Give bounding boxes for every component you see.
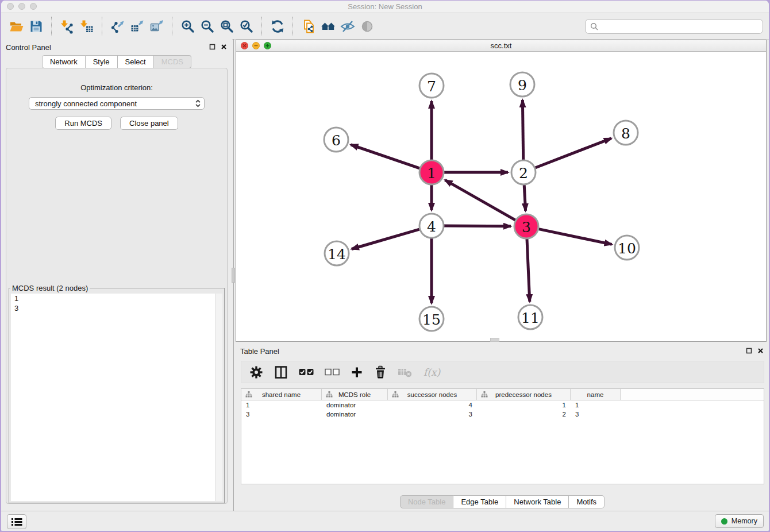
- table-cell[interactable]: 4: [388, 402, 477, 408]
- save-session-button[interactable]: [26, 17, 46, 36]
- graph-node-3[interactable]: 3: [514, 214, 538, 238]
- graph-node-1[interactable]: 1: [419, 160, 444, 184]
- zoom-fit-button[interactable]: [217, 17, 237, 36]
- network-maximize-icon[interactable]: [264, 42, 271, 49]
- first-neighbors-button[interactable]: [318, 17, 338, 36]
- graph-node-2[interactable]: 2: [511, 160, 536, 184]
- result-item[interactable]: 1: [11, 294, 222, 303]
- table-mode-button[interactable]: [249, 365, 263, 379]
- network-close-icon[interactable]: [241, 42, 248, 49]
- mcds-result-list[interactable]: 13: [11, 294, 222, 501]
- float-table-panel-icon[interactable]: [746, 348, 752, 354]
- graph-node-7[interactable]: 7: [419, 74, 444, 98]
- delete-column-button[interactable]: [374, 365, 387, 379]
- search-box[interactable]: [585, 19, 763, 34]
- graph-node-14[interactable]: 14: [325, 241, 349, 265]
- horizontal-splitter-handle[interactable]: [490, 338, 499, 342]
- eye-disabled-icon: [360, 19, 375, 34]
- zoom-out-button[interactable]: [198, 17, 217, 36]
- table-cell[interactable]: 3: [388, 411, 477, 418]
- minimize-window-icon[interactable]: [18, 3, 25, 10]
- vertical-splitter-handle[interactable]: [232, 268, 235, 283]
- zoom-fit-icon: [220, 19, 234, 34]
- table-cell[interactable]: 1: [477, 402, 571, 408]
- graph-edge-2-3[interactable]: [524, 185, 525, 211]
- table-cell[interactable]: dominator: [322, 411, 388, 418]
- zoom-selected-button[interactable]: [237, 17, 256, 36]
- hide-selected-button[interactable]: [338, 17, 357, 36]
- graph-node-6[interactable]: 6: [324, 128, 348, 152]
- table-row[interactable]: 1dominator411: [241, 400, 764, 410]
- close-table-panel-icon[interactable]: [757, 348, 764, 354]
- tab-mcds[interactable]: MCDS: [154, 55, 191, 68]
- table-body: 1dominator4113dominator323: [241, 400, 764, 419]
- table-cell[interactable]: 2: [477, 411, 571, 418]
- network-canvas[interactable]: 7968124314101511: [236, 52, 766, 342]
- close-window-icon[interactable]: [7, 3, 14, 10]
- column-header-MCDS-role[interactable]: MCDS role: [322, 389, 388, 400]
- add-column-button[interactable]: [351, 366, 363, 379]
- graph-node-15[interactable]: 15: [419, 307, 444, 331]
- graph-edge-2-8[interactable]: [536, 138, 611, 168]
- column-header-predecessor-nodes[interactable]: predecessor nodes: [477, 389, 571, 400]
- table-cell[interactable]: 3: [241, 411, 322, 418]
- table-panel-title: Table Panel: [240, 347, 279, 356]
- tab-select[interactable]: Select: [118, 55, 154, 68]
- close-panel-button[interactable]: Close panel: [120, 117, 178, 130]
- show-all-button[interactable]: [357, 17, 377, 36]
- tab-style[interactable]: Style: [86, 55, 118, 68]
- table-cell[interactable]: 1: [571, 402, 621, 408]
- export-network-button[interactable]: [108, 17, 128, 36]
- show-columns-button[interactable]: [274, 365, 288, 379]
- zoom-in-button[interactable]: [178, 17, 198, 36]
- save-floppy-icon: [29, 19, 44, 34]
- tab-edge-table[interactable]: Edge Table: [453, 495, 506, 508]
- graph-edge-4-3[interactable]: [444, 226, 511, 226]
- tab-node-table[interactable]: Node Table: [400, 495, 454, 508]
- svg-text:1: 1: [427, 165, 436, 182]
- tab-network-table[interactable]: Network Table: [506, 495, 569, 508]
- graph-node-4[interactable]: 4: [419, 214, 444, 238]
- table-cell[interactable]: dominator: [322, 402, 388, 408]
- memory-button[interactable]: Memory: [715, 514, 764, 528]
- table-cell[interactable]: 1: [241, 402, 322, 408]
- column-header-name[interactable]: name: [571, 389, 621, 400]
- export-table-button[interactable]: [128, 17, 147, 36]
- column-header-successor-nodes[interactable]: successor nodes: [388, 389, 477, 400]
- tab-motifs[interactable]: Motifs: [569, 495, 605, 508]
- show-panels-button[interactable]: [7, 514, 26, 529]
- import-table-button[interactable]: [77, 17, 97, 36]
- result-scrollbar[interactable]: [215, 294, 222, 501]
- graph-edge-3-1[interactable]: [445, 180, 515, 220]
- graph-node-8[interactable]: 8: [614, 121, 638, 145]
- clone-network-button[interactable]: [299, 17, 318, 36]
- search-input[interactable]: [602, 21, 758, 31]
- graph-node-11[interactable]: 11: [518, 305, 542, 329]
- result-item[interactable]: 3: [11, 303, 222, 313]
- import-network-button[interactable]: [57, 17, 77, 36]
- export-image-button[interactable]: [147, 17, 167, 36]
- tab-network[interactable]: Network: [42, 55, 86, 68]
- graph-node-10[interactable]: 10: [615, 236, 639, 260]
- graph-edge-3-11[interactable]: [527, 239, 530, 302]
- deselect-all-button[interactable]: [325, 368, 340, 376]
- open-folder-icon: [9, 19, 24, 34]
- graph-node-9[interactable]: 9: [510, 72, 534, 97]
- open-session-button[interactable]: [7, 17, 26, 36]
- network-minimize-icon[interactable]: [252, 42, 260, 49]
- graph-edge-3-10[interactable]: [539, 229, 612, 245]
- select-all-button[interactable]: [299, 368, 314, 376]
- table-cell[interactable]: 3: [571, 411, 621, 418]
- plus-icon: [351, 366, 363, 379]
- close-panel-icon[interactable]: [221, 44, 227, 50]
- column-header-shared-name[interactable]: shared name: [241, 389, 322, 400]
- graph-edge-1-6[interactable]: [351, 145, 420, 168]
- graph-edge-4-14[interactable]: [352, 229, 419, 249]
- float-panel-icon[interactable]: [209, 44, 215, 50]
- table-row[interactable]: 3dominator323: [241, 410, 764, 419]
- optimization-criterion-select[interactable]: strongly connected component: [29, 97, 205, 110]
- graph-edge-2-9[interactable]: [522, 100, 523, 160]
- apply-layout-button[interactable]: [268, 17, 287, 36]
- run-mcds-button[interactable]: Run MCDS: [55, 117, 111, 130]
- zoom-window-icon[interactable]: [30, 3, 37, 10]
